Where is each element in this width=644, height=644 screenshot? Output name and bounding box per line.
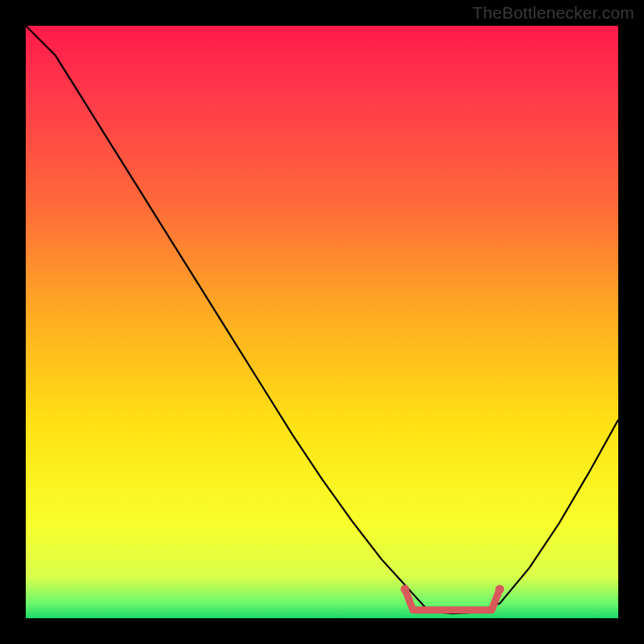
attribution-label: TheBottlenecker.com (473, 3, 634, 23)
svg-point-0 (401, 584, 410, 593)
gradient-background (26, 26, 618, 618)
plot-area (26, 26, 618, 618)
svg-point-1 (495, 584, 504, 593)
chart-svg (26, 26, 618, 618)
bottleneck-chart: TheBottlenecker.com (0, 0, 644, 644)
